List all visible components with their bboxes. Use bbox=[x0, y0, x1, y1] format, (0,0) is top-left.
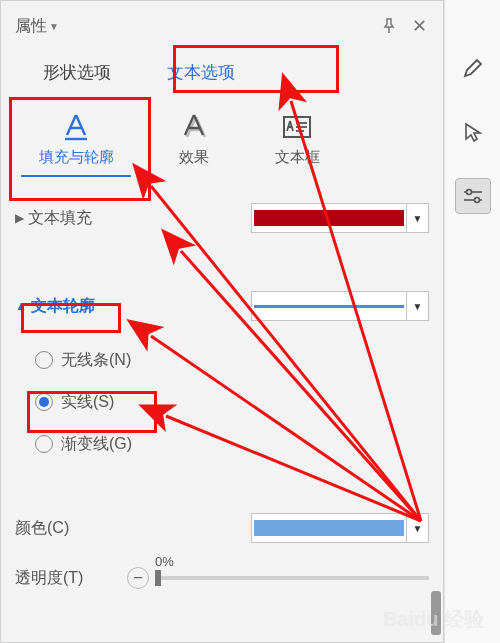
outline-type-radios: 无线条(N) 实线(S) 渐变线(G) bbox=[15, 339, 429, 465]
opacity-value: 0% bbox=[155, 554, 174, 569]
select-tool-icon[interactable] bbox=[455, 114, 491, 150]
radio-no-line[interactable]: 无线条(N) bbox=[35, 339, 429, 381]
outline-color-swatch[interactable]: ▼ bbox=[251, 513, 429, 543]
section-title: 文本轮廓 bbox=[31, 296, 95, 317]
decrease-button[interactable]: − bbox=[127, 567, 149, 589]
subtab-label: 填充与轮廓 bbox=[39, 148, 114, 167]
collapse-icon: ▶ bbox=[15, 211, 24, 225]
textbox-icon bbox=[282, 112, 312, 142]
radio-icon bbox=[35, 393, 53, 411]
main-tabs: 形状选项 文本选项 bbox=[15, 51, 429, 94]
text-effect-icon bbox=[179, 112, 209, 142]
slider-thumb[interactable] bbox=[155, 570, 161, 586]
opacity-label: 透明度(T) bbox=[15, 568, 115, 589]
subtab-label: 效果 bbox=[179, 148, 209, 167]
expand-icon: ▲ bbox=[15, 299, 27, 313]
vertical-scrollbar[interactable] bbox=[431, 1, 441, 642]
watermark: Baidu 经验 bbox=[383, 606, 484, 633]
opacity-slider[interactable]: 0% bbox=[155, 576, 429, 580]
section-title: 文本填充 bbox=[28, 208, 92, 229]
subtab-fill-outline[interactable]: 填充与轮廓 bbox=[21, 112, 131, 177]
radio-label: 实线(S) bbox=[61, 392, 114, 413]
text-outline-section: ▲ 文本轮廓 ▼ 无线条(N) 实线(S) bbox=[15, 291, 429, 465]
close-icon[interactable]: ✕ bbox=[409, 16, 429, 36]
radio-label: 渐变线(G) bbox=[61, 434, 132, 455]
color-label: 颜色(C) bbox=[15, 518, 115, 539]
radio-icon bbox=[35, 351, 53, 369]
outline-preview-swatch[interactable]: ▼ bbox=[251, 291, 429, 321]
pin-icon[interactable] bbox=[379, 16, 399, 36]
subtab-textbox[interactable]: 文本框 bbox=[257, 112, 337, 177]
tab-shape-options[interactable]: 形状选项 bbox=[35, 51, 119, 94]
properties-panel: 属性 ▼ ✕ 形状选项 文本选项 填充与轮廓 效果 bbox=[0, 0, 444, 643]
svg-point-13 bbox=[474, 198, 479, 203]
chevron-down-icon[interactable]: ▼ bbox=[406, 514, 428, 542]
radio-gradient-line[interactable]: 渐变线(G) bbox=[35, 423, 429, 465]
subtab-effects[interactable]: 效果 bbox=[159, 112, 229, 177]
panel-header: 属性 ▼ ✕ bbox=[15, 9, 429, 43]
text-fill-section: ▶ 文本填充 ▼ bbox=[15, 203, 429, 233]
edit-tool-icon[interactable] bbox=[455, 50, 491, 86]
radio-solid-line[interactable]: 实线(S) bbox=[35, 381, 429, 423]
section-header-text-fill[interactable]: ▶ 文本填充 bbox=[15, 208, 92, 229]
settings-tool-icon[interactable] bbox=[455, 178, 491, 214]
svg-point-10 bbox=[466, 190, 471, 195]
radio-icon bbox=[35, 435, 53, 453]
right-toolbar bbox=[444, 0, 500, 643]
section-header-text-outline[interactable]: ▲ 文本轮廓 bbox=[15, 296, 95, 317]
subtab-label: 文本框 bbox=[275, 148, 320, 167]
fill-color-swatch[interactable]: ▼ bbox=[251, 203, 429, 233]
chevron-down-icon[interactable]: ▼ bbox=[406, 204, 428, 232]
text-fill-icon bbox=[61, 112, 91, 142]
tab-text-options[interactable]: 文本选项 bbox=[159, 51, 243, 94]
title-dropdown-icon[interactable]: ▼ bbox=[49, 21, 59, 32]
panel-title: 属性 bbox=[15, 16, 47, 37]
color-section: 颜色(C) ▼ bbox=[15, 513, 429, 543]
radio-label: 无线条(N) bbox=[61, 350, 131, 371]
sub-tabs: 填充与轮廓 效果 文本框 bbox=[15, 112, 429, 177]
opacity-row: 透明度(T) − 0% bbox=[15, 567, 429, 589]
chevron-down-icon[interactable]: ▼ bbox=[406, 292, 428, 320]
